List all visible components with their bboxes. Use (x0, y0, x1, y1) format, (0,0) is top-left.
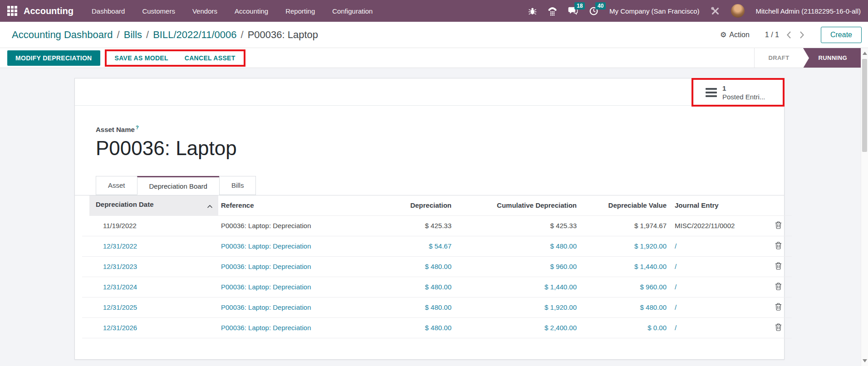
table-header-row: Depreciation Date Reference Depreciation… (82, 195, 792, 215)
delete-row-trash-icon[interactable] (773, 282, 784, 293)
control-panel: Accounting Dashboard / Bills / BILL/2022… (0, 22, 868, 48)
table-row[interactable]: 12/31/2026 P00036: Laptop: Depreciation … (82, 317, 792, 338)
cancel-asset-button[interactable]: CANCEL ASSET (178, 51, 242, 65)
menu-configuration[interactable]: Configuration (332, 7, 373, 15)
form-sheet: 1 Posted Entri... Asset Name? P00036: La… (74, 78, 785, 360)
activities-badge: 40 (595, 2, 606, 10)
cell-journal-entry[interactable]: MISC/2022/11/0002 (674, 215, 765, 236)
cell-journal-entry[interactable]: / (674, 317, 765, 338)
cell-reference: P00036: Laptop: Depreciation (218, 256, 368, 277)
breadcrumb-bills[interactable]: Bills (124, 29, 142, 41)
save-as-model-button[interactable]: SAVE AS MODEL (108, 51, 175, 65)
menu-reporting[interactable]: Reporting (285, 7, 315, 15)
cell-journal-entry[interactable]: / (674, 236, 765, 256)
table-row[interactable]: 12/31/2024 P00036: Laptop: Depreciation … (82, 277, 792, 297)
top-navbar: Accounting Dashboard Customers Vendors A… (0, 0, 868, 22)
column-header-journal-entry[interactable]: Journal Entry (674, 195, 765, 215)
pager-next-icon[interactable] (799, 30, 805, 40)
app-name: Accounting (24, 6, 74, 16)
cell-journal-entry[interactable]: / (674, 256, 765, 277)
table-row[interactable]: 11/19/2022 P00036: Laptop: Depreciation … (82, 215, 792, 236)
posted-entries-label: Posted Entri... (722, 93, 765, 101)
notebook-tabs: Asset Depreciation Board Bills (75, 176, 784, 195)
pager-previous-icon[interactable] (785, 30, 792, 40)
annotation-box-buttons: SAVE AS MODEL CANCEL ASSET (105, 49, 245, 67)
journal-entries-list-icon (706, 88, 717, 97)
action-menu-button[interactable]: ⚙ Action (720, 31, 750, 39)
scrollbar-up-arrow-icon[interactable] (863, 52, 867, 55)
annotation-box-stat-button: 1 Posted Entri... (691, 78, 785, 107)
depreciation-board-table: Depreciation Date Reference Depreciation… (75, 195, 792, 338)
pager-value[interactable]: 1 / 1 (765, 31, 779, 39)
tab-asset[interactable]: Asset (96, 176, 137, 195)
table-row[interactable]: 12/31/2025 P00036: Laptop: Depreciation … (82, 297, 792, 317)
company-switcher[interactable]: My Company (San Francisco) (609, 7, 699, 15)
activities-clock-icon[interactable]: 40 (589, 6, 598, 16)
scrollbar-down-arrow-icon[interactable] (863, 359, 867, 362)
apps-grid-icon[interactable] (7, 6, 17, 16)
vertical-scrollbar (861, 48, 868, 366)
sort-ascending-icon (207, 202, 213, 210)
cell-depreciation-date: 12/31/2023 (82, 256, 218, 277)
delete-row-trash-icon[interactable] (773, 220, 784, 231)
menu-vendors[interactable]: Vendors (192, 7, 217, 15)
modify-depreciation-button[interactable]: MODIFY DEPRECIATION (7, 50, 100, 66)
breadcrumb-accounting-dashboard[interactable]: Accounting Dashboard (12, 29, 113, 41)
posted-entries-stat-button[interactable]: 1 Posted Entri... (693, 80, 783, 105)
cell-cumulative-depreciation: $ 1,440.00 (459, 277, 584, 297)
delete-row-trash-icon[interactable] (773, 261, 784, 272)
messages-icon[interactable]: 18 (568, 6, 578, 15)
cell-reference: P00036: Laptop: Depreciation (218, 215, 368, 236)
cell-depreciation: $ 480.00 (368, 297, 459, 317)
column-header-cumulative-depreciation[interactable]: Cumulative Depreciation (459, 195, 584, 215)
asset-title-field[interactable]: P00036: Laptop (96, 137, 784, 160)
cell-reference: P00036: Laptop: Depreciation (218, 297, 368, 317)
cell-depreciable-value: $ 1,920.00 (584, 236, 674, 256)
bug-icon[interactable] (528, 7, 537, 15)
cell-depreciable-value: $ 1,440.00 (584, 256, 674, 277)
column-header-actions (765, 195, 792, 215)
breadcrumb-bill-record[interactable]: BILL/2022/11/0006 (153, 29, 236, 41)
user-menu[interactable]: Mitchell Admin (21182295-16-0-all) (755, 7, 861, 15)
posted-entries-count: 1 (722, 84, 765, 93)
menu-dashboard[interactable]: Dashboard (92, 7, 125, 15)
cell-depreciation: $ 480.00 (368, 317, 459, 338)
menu-customers[interactable]: Customers (142, 7, 175, 15)
column-header-depreciation-date[interactable]: Depreciation Date (82, 195, 218, 215)
cell-journal-entry[interactable]: / (674, 297, 765, 317)
form-button-bar: MODIFY DEPRECIATION SAVE AS MODEL CANCEL… (0, 48, 868, 68)
scrollbar-thumb[interactable] (862, 59, 867, 152)
status-draft[interactable]: DRAFT (755, 48, 803, 68)
breadcrumb: Accounting Dashboard / Bills / BILL/2022… (12, 29, 318, 41)
tab-bills[interactable]: Bills (219, 176, 256, 195)
voip-phone-icon[interactable] (548, 6, 557, 16)
messages-badge: 18 (574, 2, 585, 10)
cell-cumulative-depreciation: $ 1,920.00 (459, 297, 584, 317)
column-header-depreciable-value[interactable]: Depreciable Value (584, 195, 674, 215)
tools-icon[interactable] (710, 6, 720, 16)
delete-row-trash-icon[interactable] (773, 241, 784, 252)
column-header-reference[interactable]: Reference (218, 195, 368, 215)
table-row[interactable]: 12/31/2022 P00036: Laptop: Depreciation … (82, 236, 792, 256)
breadcrumb-separator: / (237, 29, 248, 41)
form-view: 1 Posted Entri... Asset Name? P00036: La… (0, 68, 868, 366)
pager: 1 / 1 (765, 30, 805, 40)
table-row[interactable]: 12/31/2023 P00036: Laptop: Depreciation … (82, 256, 792, 277)
status-running[interactable]: RUNNING (803, 48, 861, 68)
column-header-depreciation[interactable]: Depreciation (368, 195, 459, 215)
cell-depreciable-value: $ 960.00 (584, 277, 674, 297)
delete-row-trash-icon[interactable] (773, 302, 784, 313)
user-avatar[interactable] (731, 4, 745, 18)
statusbar: DRAFT RUNNING (754, 48, 861, 68)
cell-depreciation-date: 12/31/2026 (82, 317, 218, 338)
create-button[interactable]: Create (821, 27, 862, 43)
delete-row-trash-icon[interactable] (773, 322, 784, 333)
cell-journal-entry[interactable]: / (674, 277, 765, 297)
cell-depreciable-value: $ 0.00 (584, 317, 674, 338)
menu-accounting[interactable]: Accounting (235, 7, 268, 15)
cell-reference: P00036: Laptop: Depreciation (218, 236, 368, 256)
cell-depreciable-value: $ 1,974.67 (584, 215, 674, 236)
tab-depreciation-board[interactable]: Depreciation Board (137, 176, 220, 195)
cell-cumulative-depreciation: $ 425.33 (459, 215, 584, 236)
action-label: Action (729, 31, 749, 39)
